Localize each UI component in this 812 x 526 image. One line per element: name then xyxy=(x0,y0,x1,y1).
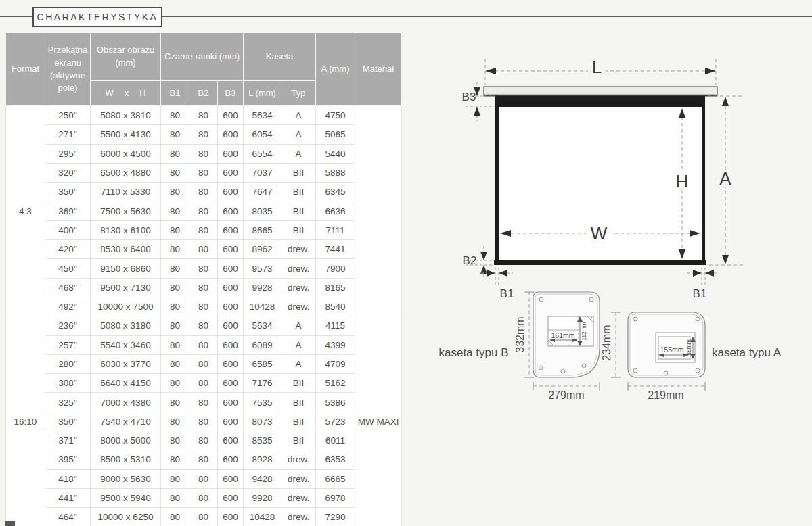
cell-a: 5440 xyxy=(316,144,355,163)
table-row: 468''9500 x 713080806009928drew.8165 xyxy=(6,278,402,297)
cell-b3: 600 xyxy=(218,106,244,125)
cassette-b-width-label: 279mm xyxy=(548,390,584,401)
cell-typ: BII xyxy=(281,220,316,239)
cell-b1: 80 xyxy=(161,259,189,278)
cell-b3: 600 xyxy=(218,183,244,201)
cell-b3: 600 xyxy=(218,469,244,488)
cell-l: 8962 xyxy=(244,240,281,259)
cell-b1: 80 xyxy=(161,450,189,469)
cell-b2: 80 xyxy=(189,335,218,354)
cassette-a-width-label: 219mm xyxy=(648,390,683,401)
cell-a: 5723 xyxy=(316,412,355,431)
cell-b1: 80 xyxy=(161,163,189,182)
cell-b3: 600 xyxy=(218,316,244,335)
cell-typ: drew. xyxy=(281,259,316,278)
cell-b2: 80 xyxy=(189,259,218,278)
cell-b1: 80 xyxy=(161,488,189,507)
cell-diagonal: 492'' xyxy=(45,297,91,316)
table-row: 420''8530 x 640080806008962drew.7441 xyxy=(6,240,402,259)
table-row: 257''5540 x 346080806006089A4399 xyxy=(6,335,402,354)
cell-b1: 80 xyxy=(161,125,189,144)
cell-b1: 80 xyxy=(161,240,189,259)
cutoff-next-table-cell xyxy=(5,521,15,526)
cell-diagonal: 295'' xyxy=(45,144,91,163)
cell-b1: 80 xyxy=(161,335,189,354)
cassette-b-inner-height-label: 112mm xyxy=(581,322,587,341)
cell-diagonal: 468'' xyxy=(45,278,91,297)
table-row: 280''6030 x 377080806006585A4709 xyxy=(6,354,402,373)
cell-b2: 80 xyxy=(189,240,218,259)
header-black-borders: Czarne ramki (mm) xyxy=(161,33,244,81)
cell-area: 9150 x 6860 xyxy=(91,259,161,278)
cell-typ: BII xyxy=(281,183,316,201)
cell-b2: 80 xyxy=(189,374,218,393)
cell-diagonal: 371'' xyxy=(45,431,91,450)
table-row: 271''5500 x 413080806006054A5065 xyxy=(6,125,402,144)
cell-diagonal: 420'' xyxy=(45,240,91,259)
cell-area: 8130 x 6100 xyxy=(91,220,161,239)
cell-b2: 80 xyxy=(189,201,218,220)
cell-b3: 600 xyxy=(218,431,244,450)
format-cell: 4:3 xyxy=(6,106,45,316)
cell-area: 8000 x 5000 xyxy=(91,431,161,450)
cell-diagonal: 464'' xyxy=(45,508,91,526)
dim-label-h: H xyxy=(672,172,693,190)
cell-typ: drew. xyxy=(281,508,316,526)
cell-area: 10000 x 7500 xyxy=(91,297,161,316)
dim-label-b2: B2 xyxy=(463,255,477,266)
cassette-a-inner-width-label: 155mm xyxy=(659,346,684,354)
cell-area: 5500 x 4130 xyxy=(91,125,161,144)
cell-l: 7647 xyxy=(244,183,281,201)
cassette-a-inner-height-label: 88mm xyxy=(686,339,692,356)
cell-diagonal: 450'' xyxy=(45,259,91,278)
header-typ: Typ xyxy=(281,81,316,106)
cell-b3: 600 xyxy=(218,278,244,297)
cell-l: 10428 xyxy=(244,508,281,526)
cell-l: 8665 xyxy=(244,220,281,239)
cell-typ: drew. xyxy=(281,450,316,469)
header-h: H xyxy=(139,87,145,100)
cell-b1: 80 xyxy=(161,393,189,412)
cell-b3: 600 xyxy=(218,393,244,412)
cell-b2: 80 xyxy=(189,450,218,469)
header-b2: B2 xyxy=(189,81,218,106)
cell-a: 7111 xyxy=(316,220,355,239)
cell-typ: A xyxy=(281,354,316,373)
cell-b3: 600 xyxy=(218,335,244,354)
cell-b2: 80 xyxy=(189,393,218,412)
table-row: 350''7540 x 471080806008073BII5723 xyxy=(6,412,402,431)
cell-diagonal: 369'' xyxy=(45,201,91,220)
cell-b1: 80 xyxy=(161,374,189,393)
cell-b1: 80 xyxy=(161,316,189,335)
cell-b2: 80 xyxy=(189,354,218,373)
cell-b1: 80 xyxy=(161,201,189,220)
cell-diagonal: 395'' xyxy=(45,450,91,469)
cell-area: 10000 x 6250 xyxy=(91,508,161,526)
cell-diagonal: 350'' xyxy=(45,412,91,431)
cell-a: 5065 xyxy=(316,125,355,144)
cell-diagonal: 236'' xyxy=(45,316,91,335)
table-row: 4:3250''5080 x 381080806005634A4750 xyxy=(6,106,402,125)
cell-l: 5634 xyxy=(244,316,281,335)
dim-label-w: W xyxy=(587,224,612,242)
cell-b3: 600 xyxy=(218,201,244,220)
cassette-b-height-label: 332mm xyxy=(515,316,526,352)
cell-area: 5080 x 3810 xyxy=(91,106,161,125)
cell-l: 9928 xyxy=(244,278,281,297)
cell-typ: drew. xyxy=(281,297,316,316)
cell-a: 4399 xyxy=(316,335,355,354)
cell-typ: BII xyxy=(281,431,316,450)
cell-area: 7500 x 5630 xyxy=(91,201,161,220)
cell-b1: 80 xyxy=(161,412,189,431)
cassette-a-height-label: 234mm xyxy=(602,325,612,360)
header-a-mm: A (mm) xyxy=(316,33,355,106)
table-row: 418''9000 x 563080806009428drew.6665 xyxy=(6,469,402,488)
table-row: 350''7110 x 533080806007647BII6345 xyxy=(6,183,402,201)
cell-typ: A xyxy=(281,335,316,354)
cell-l: 6585 xyxy=(244,354,281,373)
cell-diagonal: 441'' xyxy=(45,488,91,507)
cell-b3: 600 xyxy=(218,488,244,507)
cell-area: 7000 x 4380 xyxy=(91,393,161,412)
cell-diagonal: 308'' xyxy=(45,374,91,393)
cell-typ: drew. xyxy=(281,488,316,507)
